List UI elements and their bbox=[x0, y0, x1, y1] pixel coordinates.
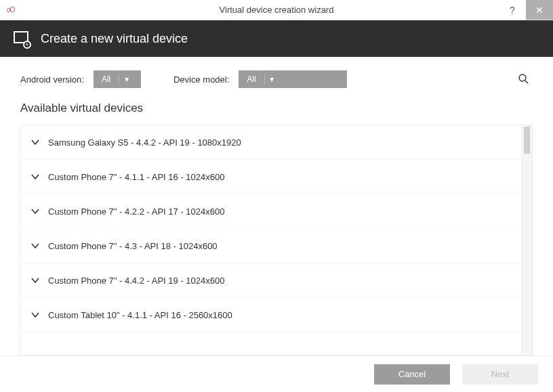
device-row[interactable]: Samsung Galaxy S5 - 4.4.2 - API 19 - 108… bbox=[21, 125, 521, 160]
cancel-button[interactable]: Cancel bbox=[374, 364, 450, 385]
chevron-down-icon bbox=[30, 137, 48, 147]
android-version-select[interactable]: All ▾ bbox=[94, 70, 141, 88]
next-label: Next bbox=[491, 369, 510, 379]
content: Android version: All ▾ Device model: All… bbox=[0, 57, 553, 355]
chevron-down-icon bbox=[30, 206, 48, 216]
close-button[interactable]: ✕ bbox=[526, 0, 553, 20]
device-row[interactable]: Custom Phone 7" - 4.4.2 - API 19 - 1024x… bbox=[21, 263, 521, 298]
search-box bbox=[404, 70, 533, 88]
chevron-down-icon: ▾ bbox=[264, 74, 279, 84]
titlebar: oO Virtual device creation wizard ? ✕ bbox=[0, 0, 553, 20]
chevron-down-icon bbox=[30, 310, 48, 320]
device-row-label: Custom Tablet 10" - 4.1.1 - API 16 - 256… bbox=[48, 310, 232, 320]
svg-line-1 bbox=[525, 81, 528, 83]
device-model-select[interactable]: All ▾ bbox=[239, 70, 347, 88]
search-input[interactable] bbox=[404, 72, 527, 87]
cancel-label: Cancel bbox=[398, 369, 426, 379]
help-button[interactable]: ? bbox=[499, 0, 526, 20]
filter-bar: Android version: All ▾ Device model: All… bbox=[20, 70, 533, 88]
footer: Cancel Next bbox=[0, 355, 553, 392]
close-icon: ✕ bbox=[535, 5, 544, 16]
android-version-value: All bbox=[94, 74, 119, 84]
chevron-down-icon bbox=[30, 172, 48, 181]
chevron-down-icon bbox=[30, 276, 48, 285]
svg-point-0 bbox=[519, 74, 526, 81]
wizard-title: Create a new virtual device bbox=[41, 32, 188, 46]
scrollbar[interactable] bbox=[521, 125, 532, 355]
device-row-label: Custom Phone 7" - 4.3 - API 18 - 1024x60… bbox=[48, 241, 218, 251]
wizard-header: + Create a new virtual device bbox=[0, 20, 553, 57]
window-title: Virtual device creation wizard bbox=[0, 5, 553, 15]
window-controls: ? ✕ bbox=[499, 0, 553, 20]
device-list: Samsung Galaxy S5 - 4.4.2 - API 19 - 108… bbox=[21, 125, 521, 355]
help-icon: ? bbox=[510, 5, 515, 16]
scrollbar-thumb[interactable] bbox=[524, 127, 530, 154]
device-row[interactable]: Custom Tablet 10" - 4.1.1 - API 16 - 256… bbox=[21, 298, 521, 332]
device-model-label: Device model: bbox=[173, 74, 229, 85]
device-row-label: Custom Phone 7" - 4.1.1 - API 16 - 1024x… bbox=[48, 172, 224, 182]
device-model-value: All bbox=[239, 74, 264, 84]
device-row[interactable]: Custom Phone 7" - 4.3 - API 18 - 1024x60… bbox=[21, 229, 521, 263]
list-title: Available virtual devices bbox=[20, 102, 533, 115]
device-list-wrap: Samsung Galaxy S5 - 4.4.2 - API 19 - 108… bbox=[20, 125, 533, 355]
device-row[interactable]: Custom Phone 7" - 4.1.1 - API 16 - 1024x… bbox=[21, 160, 521, 194]
search-icon bbox=[518, 73, 529, 84]
device-row-label: Custom Phone 7" - 4.4.2 - API 19 - 1024x… bbox=[48, 276, 224, 286]
chevron-down-icon bbox=[30, 241, 48, 251]
next-button[interactable]: Next bbox=[462, 364, 538, 385]
android-version-label: Android version: bbox=[20, 74, 84, 85]
device-row-label: Samsung Galaxy S5 - 4.4.2 - API 19 - 108… bbox=[48, 137, 241, 148]
chevron-down-icon: ▾ bbox=[119, 74, 134, 84]
device-row[interactable]: Custom Phone 7" - 4.2.2 - API 17 - 1024x… bbox=[21, 194, 521, 229]
device-row-label: Custom Phone 7" - 4.2.2 - API 17 - 1024x… bbox=[48, 206, 224, 217]
new-device-icon: + bbox=[12, 30, 30, 47]
